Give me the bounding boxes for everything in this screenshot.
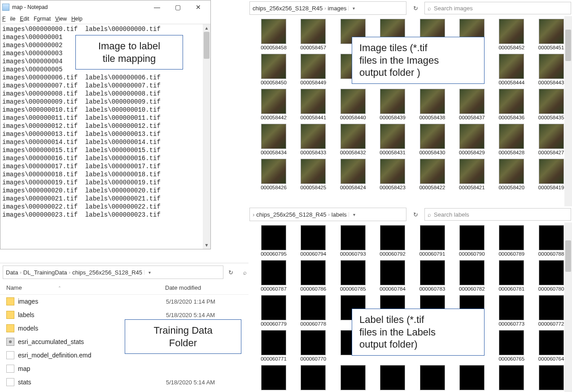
menu-format[interactable]: Format <box>34 16 51 22</box>
breadcrumb-part[interactable]: DL_TrainingData <box>23 269 67 276</box>
thumbnail-item[interactable]: 000058437 <box>455 89 489 120</box>
refresh-button[interactable]: ↻ <box>223 266 238 279</box>
thumbnail-item[interactable]: 000058429 <box>455 124 489 155</box>
menu-help[interactable]: Help <box>71 16 83 22</box>
thumbnail-item[interactable]: 000060760 <box>376 365 410 392</box>
thumbnail-item[interactable]: 000058458 <box>257 19 291 50</box>
thumbnail-item[interactable]: 000060756 <box>534 365 568 392</box>
column-header-date[interactable]: Date modified <box>162 284 255 291</box>
thumbnail-item[interactable]: 000058426 <box>257 159 291 190</box>
thumbnail-item[interactable]: 000060762 <box>296 365 330 392</box>
thumbnail-item[interactable]: 000058440 <box>336 89 370 120</box>
thumbnail-item[interactable]: 000058430 <box>415 124 450 155</box>
thumbnail-item[interactable]: 000058451 <box>534 19 568 50</box>
thumbnail-item[interactable]: 000060773 <box>494 295 528 327</box>
menu-edit[interactable]: Edit <box>20 16 29 22</box>
thumbnail-item[interactable]: 000060781 <box>494 260 528 292</box>
list-item[interactable]: stats5/18/2020 5:14 AM <box>0 375 255 389</box>
thumbnail-item[interactable]: 000060787 <box>257 260 291 292</box>
thumbnail-item[interactable]: 000060789 <box>494 225 528 257</box>
thumbnail-item[interactable]: 000058435 <box>534 89 568 120</box>
breadcrumb-dropdown-icon[interactable]: ▾ <box>144 270 155 275</box>
breadcrumb-dropdown-icon[interactable]: ▾ <box>349 212 359 217</box>
breadcrumb-dropdown-icon[interactable]: ▾ <box>348 6 359 11</box>
notepad-scrollbar[interactable]: ▲ ▼ <box>203 24 210 249</box>
breadcrumb[interactable]: Data › DL_TrainingData › chips_256x256_S… <box>3 266 223 279</box>
thumbnail-item[interactable]: 000058449 <box>296 54 330 85</box>
thumbnail-item[interactable]: 000060770 <box>296 330 330 362</box>
scroll-down-icon[interactable]: ▼ <box>203 241 210 249</box>
thumbnail-item[interactable]: 000058439 <box>376 89 410 120</box>
scroll-thumb[interactable] <box>565 30 571 61</box>
maximize-button[interactable]: ▢ <box>167 0 188 14</box>
thumbnail-item[interactable]: 000058431 <box>376 124 410 155</box>
thumbnail-item[interactable]: 000058419 <box>534 159 568 190</box>
minimize-button[interactable]: — <box>147 0 167 14</box>
list-item[interactable]: map <box>0 362 255 375</box>
scroll-up-icon[interactable]: ▲ <box>203 24 210 32</box>
column-header-name[interactable]: Name ⌃ <box>0 284 162 291</box>
thumbnail-item[interactable]: 000058452 <box>494 19 528 50</box>
thumbnail-item[interactable]: 000058432 <box>336 124 370 155</box>
scroll-thumb[interactable] <box>204 32 210 59</box>
thumbnail-item[interactable]: 000058421 <box>455 159 489 190</box>
menu-view[interactable]: View <box>55 16 67 22</box>
thumbnail-item[interactable]: 000058427 <box>534 124 568 155</box>
list-item[interactable]: images5/18/2020 1:14 PM <box>0 295 255 308</box>
thumbnail-item[interactable]: 000058438 <box>415 89 450 120</box>
thumbnail-item[interactable]: 000060764 <box>534 330 568 362</box>
thumbnail-item[interactable]: 000058442 <box>257 89 291 120</box>
thumbnail-item[interactable]: 000060788 <box>534 225 568 257</box>
thumbnail-item[interactable]: 000060784 <box>376 260 410 292</box>
thumbnail-item[interactable]: 000060782 <box>455 260 489 292</box>
thumbnail-item[interactable]: 000060783 <box>415 260 450 292</box>
thumbnail-item[interactable]: 000060780 <box>534 260 568 292</box>
thumbnail-item[interactable]: 000058450 <box>257 54 291 85</box>
close-button[interactable]: ✕ <box>188 0 209 14</box>
thumbnail-item[interactable]: 000058444 <box>494 54 528 85</box>
thumbnail-item[interactable]: 000058424 <box>336 159 370 190</box>
thumbnail-item[interactable]: 000058434 <box>257 124 291 155</box>
thumbnail-item[interactable]: 000060778 <box>296 295 330 327</box>
menu-file[interactable]: File <box>2 16 15 22</box>
thumbnail-item[interactable]: 000060771 <box>257 330 291 362</box>
thumbnail-item[interactable]: 000060763 <box>257 365 291 392</box>
refresh-button[interactable]: ↻ <box>408 1 423 15</box>
thumbnail-item[interactable]: 000060791 <box>415 225 450 257</box>
refresh-button[interactable]: ↻ <box>408 208 423 221</box>
thumbnail-item[interactable]: 000058433 <box>296 124 330 155</box>
breadcrumb-part[interactable]: labels <box>332 211 347 218</box>
thumbnail-item[interactable]: 000060758 <box>455 365 489 392</box>
thumbnail-item[interactable]: 000060772 <box>534 295 568 327</box>
thumbnail-item[interactable]: 000058436 <box>494 89 528 120</box>
breadcrumb-part[interactable]: chips_256x256_S128_R45 <box>72 269 142 276</box>
breadcrumb-part[interactable]: chips_256x256_S128_R45 <box>253 5 323 12</box>
thumbnail-item[interactable]: 000060790 <box>455 225 489 257</box>
breadcrumb[interactable]: › chips_256x256_S128_R45 › labels ▾ <box>249 208 406 221</box>
thumbnail-item[interactable]: 000060795 <box>257 225 291 257</box>
thumbnail-item[interactable]: 000058441 <box>296 89 330 120</box>
notepad-titlebar[interactable]: map - Notepad — ▢ ✕ <box>0 0 210 14</box>
thumbnail-item[interactable]: 000058428 <box>494 124 528 155</box>
thumbnail-item[interactable]: 000060757 <box>494 365 528 392</box>
scrollbar[interactable] <box>564 222 572 392</box>
breadcrumb-part[interactable]: images <box>327 5 346 12</box>
thumbnail-item[interactable]: 000058422 <box>415 159 450 190</box>
thumbnail-item[interactable]: 000058420 <box>494 159 528 190</box>
thumbnail-item[interactable]: 000060779 <box>257 295 291 327</box>
breadcrumb[interactable]: chips_256x256_S128_R45 › images ▾ <box>249 1 406 15</box>
scroll-thumb[interactable] <box>565 240 571 272</box>
scrollbar[interactable] <box>564 16 572 206</box>
thumbnail-item[interactable]: 000060792 <box>376 225 410 257</box>
thumbnail-item[interactable]: 000060793 <box>336 225 370 257</box>
thumbnail-item[interactable]: 000060761 <box>336 365 370 392</box>
thumbnail-item[interactable]: 000060759 <box>415 365 450 392</box>
thumbnail-item[interactable]: 000058423 <box>376 159 410 190</box>
search-input[interactable]: ⌕ Search images <box>424 2 571 14</box>
thumbnail-item[interactable]: 000060765 <box>494 330 528 362</box>
search-input[interactable]: ⌕ Search labels <box>424 208 571 221</box>
thumbnail-item[interactable]: 000060785 <box>336 260 370 292</box>
thumbnail-item[interactable]: 000060786 <box>296 260 330 292</box>
breadcrumb-part[interactable]: Data <box>6 269 18 276</box>
thumbnail-item[interactable]: 000058425 <box>296 159 330 190</box>
